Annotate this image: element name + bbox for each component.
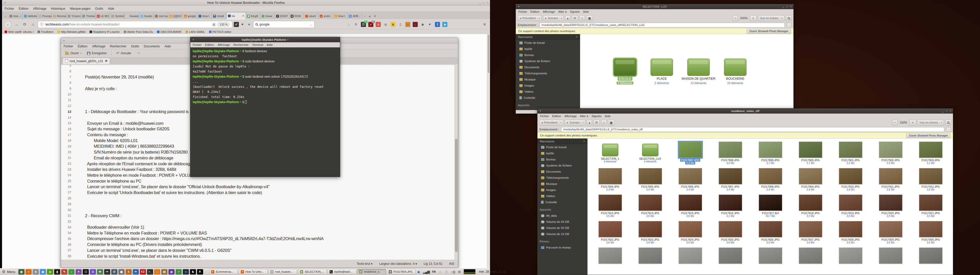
file-partially-visible-5[interactable]: [791, 248, 830, 274]
file-p1017914-jpg[interactable]: P1017914.JPG3,6 Mo: [630, 194, 670, 221]
workspace-icon[interactable]: ⊞: [457, 270, 461, 274]
file-p1017905-jpg[interactable]: P1017905.JPG3,5 Mo: [630, 168, 670, 194]
browser-tab-14[interactable]: ⚑Install: [212, 13, 226, 19]
file-p1017929-jpg[interactable]: P1017929.JPG3,5 Mo: [870, 221, 911, 248]
taskbar-window-3[interactable]: ▰SELECTION_...: [298, 269, 327, 275]
file-p1017923-jpg[interactable]: P1017923.JPG3,6 Mo: [630, 221, 670, 248]
file-p1017899-jpg[interactable]: P1017899.JPG3,7 Mo: [750, 142, 791, 168]
close-icon[interactable]: ✕: [583, 140, 585, 142]
sidebar-item-volume-de-34-gb[interactable]: Volume de 34 GB: [538, 219, 587, 225]
search-input[interactable]: google: [259, 22, 307, 26]
sidebar-header[interactable]: Raccourcis✕: [516, 34, 580, 40]
file-p1017916-jpg[interactable]: P1017916.JPG3,1 Mo: [710, 194, 750, 221]
launcher-horse[interactable]: ♞: [190, 269, 196, 275]
launcher-music[interactable]: ♪: [68, 269, 75, 275]
folder-selection-1[interactable]: SELECTION_14 éléments: [590, 142, 630, 168]
page-scrollbar[interactable]: [487, 34, 490, 268]
browser-tab-21[interactable]: aandro: [318, 13, 333, 19]
shade-icon[interactable]: ▼: [63, 40, 65, 42]
bookmark-item-2[interactable]: http://bitrates.gifbite: [57, 30, 86, 33]
sidebar-icon[interactable]: ▯: [398, 22, 403, 27]
file-partially-visible-8[interactable]: [911, 248, 951, 274]
sidebar-item-volume-de-15-gb[interactable]: Volume de 15 GB: [538, 231, 587, 237]
file-p1017906-jpg[interactable]: P1017906.JPG3,4 Mo: [670, 168, 710, 194]
launcher-calculator[interactable]: ▦: [118, 269, 124, 275]
file-p1017897-jpg[interactable]: P1017897.JPG4,2 Mo: [670, 142, 710, 168]
editor-line-33[interactable]: 33 Bootloader déverrouiller (Voir 1): [61, 224, 455, 230]
tab-width-dropdown[interactable]: Largeur des tabulations: 4 ▾: [379, 262, 417, 266]
file-p1017918-jpg[interactable]: P1017918.JPG3,2 Mo: [791, 194, 830, 221]
shade-icon[interactable]: ▼: [539, 110, 542, 112]
sidebar-item-t-l-chargements[interactable]: Téléchargements: [516, 70, 580, 76]
launcher-spiral[interactable]: ◎: [47, 269, 53, 275]
close-icon[interactable]: ✕: [576, 35, 578, 38]
browser-tab-13[interactable]: How t: [197, 13, 212, 19]
bookmark-item-0[interactable]: Web Upd8: Ubuntu /: [5, 30, 33, 33]
menu-item-affichage[interactable]: Affichage: [565, 115, 577, 118]
menu-item-dition[interactable]: Édition: [531, 10, 539, 13]
url-bar[interactable]: ⓘ techbeasts.com/how-to-unlock-huawei-bo…: [38, 21, 232, 28]
file-p1017915-jpg[interactable]: P1017915.JPG3,6 Mo: [670, 194, 710, 221]
launcher-sphere[interactable]: ●: [183, 269, 189, 275]
network-signal-icon[interactable]: ▂▄▆: [423, 270, 430, 274]
menu-item-aller[interactable]: Aller à: [558, 10, 566, 13]
sidebar-item-volume-de-50-gb[interactable]: Volume de 50 GB: [538, 225, 587, 231]
file-p1017910-jpg[interactable]: P1017910.JPG3,6 Mo: [830, 168, 870, 194]
file-p1017924-jpg[interactable]: P1017924.JPG3,5 Mo: [670, 221, 710, 248]
sidebar-item-bureau[interactable]: Bureau: [538, 156, 587, 163]
file-p1017913-jpg[interactable]: P1017913.JPG3,5 Mo: [590, 194, 630, 221]
blue-down-icon[interactable]: ↧: [435, 22, 440, 27]
browser-tab-17[interactable]: Huaw: [260, 13, 275, 19]
sidebar-item-vid-os[interactable]: Vidéos: [538, 193, 587, 199]
menu-item-fichier[interactable]: Fichier: [518, 10, 527, 13]
file-p1017911-jpg[interactable]: P1017911.JPG3,5 Mo: [870, 168, 911, 194]
file-p1017900-jpg[interactable]: P1017900.JPG3,7 Mo: [791, 142, 830, 168]
browser-tab-9[interactable]: hisuite -: [139, 13, 154, 19]
u-downloader-icon[interactable]: u: [375, 22, 381, 27]
tab-close-icon[interactable]: ✕: [242, 14, 244, 17]
terminal-titlebar[interactable]: ▼ lep0le@lep0le-Skylake-Platform ~: [190, 37, 340, 42]
browser-tab-15[interactable]: Ho✕: [226, 12, 246, 19]
reader-mode-icon[interactable]: ▤: [212, 23, 215, 26]
refresh-button[interactable]: ⟳: [593, 120, 600, 125]
hand-icon[interactable]: ☛: [428, 22, 433, 27]
forward-button[interactable]: ▸Suivant▾: [565, 120, 585, 125]
path-field[interactable]: /media/lep0le/All_data/GRIFFEUILLE_ETC/r…: [561, 127, 944, 132]
file-partially-visible-3[interactable]: [710, 248, 750, 274]
taskbar-window-6[interactable]: ▨P1017904.JPG: [387, 269, 415, 275]
launcher-clock-check[interactable]: ✓: [176, 269, 182, 275]
shade-icon[interactable]: ▼: [4, 2, 6, 4]
refresh-button[interactable]: ⟳: [572, 15, 578, 21]
search-button[interactable]: [786, 15, 792, 21]
launcher-phone[interactable]: ✆: [111, 269, 118, 275]
sidebar-item-images[interactable]: Images: [516, 82, 580, 89]
sidebar-item-images[interactable]: Images: [538, 187, 587, 193]
open-shotwell-button[interactable]: Ouvrir Shotwell Photo Manager: [747, 29, 791, 33]
file-p1017903-jpg[interactable]: P1017903.JPG3,1 Mo: [911, 142, 951, 168]
file-p1017912-jpg[interactable]: P1017912.JPG3,5 Mo: [911, 168, 951, 194]
tab-list-dropdown-icon[interactable]: ▾: [372, 13, 377, 19]
browser-tab-0[interactable]: Hub - i: [8, 13, 23, 19]
file-partially-visible-6[interactable]: [830, 248, 870, 274]
bookmark-star-icon[interactable]: ★: [247, 22, 251, 27]
folder-place[interactable]: PLACE2 éléments: [643, 58, 680, 85]
launcher-displays[interactable]: ▣: [18, 269, 24, 275]
hamburger-menu-icon[interactable]: ≡: [481, 22, 488, 27]
zoom-badge[interactable]: 133 %: [218, 22, 230, 27]
editor-line-34[interactable]: 34 Mettre le Téléphone en mode Fastboot …: [61, 230, 455, 236]
volume-icon[interactable]: ◁)): [451, 270, 455, 274]
go-icon[interactable]: →: [946, 127, 951, 132]
menu-item-signets[interactable]: Signets: [570, 10, 579, 13]
launcher-audio[interactable]: Ω: [90, 269, 96, 275]
sidebar-header[interactable]: Raccourcis✕: [538, 139, 587, 144]
file-p1017908-jpg[interactable]: P1017908.JPG3,4 Mo: [750, 168, 791, 194]
file-partially-visible-2[interactable]: [670, 248, 710, 274]
browser-tab-20[interactable]: ◔ubunt: [304, 13, 318, 19]
file-p1017904-jpg[interactable]: P1017904.JPG3,3 Mo: [590, 168, 630, 194]
menu-item-outils[interactable]: Outils: [131, 44, 139, 48]
launcher-nodes[interactable]: ❖: [97, 269, 103, 275]
fmB-content[interactable]: SELECTION_14 élémentsSELECTION_LUX4 élém…: [587, 139, 953, 275]
tab-scroll-right-icon[interactable]: ›: [362, 13, 367, 19]
file-partially-visible-4[interactable]: [750, 248, 791, 274]
home-button[interactable]: ⌂: [579, 15, 585, 21]
